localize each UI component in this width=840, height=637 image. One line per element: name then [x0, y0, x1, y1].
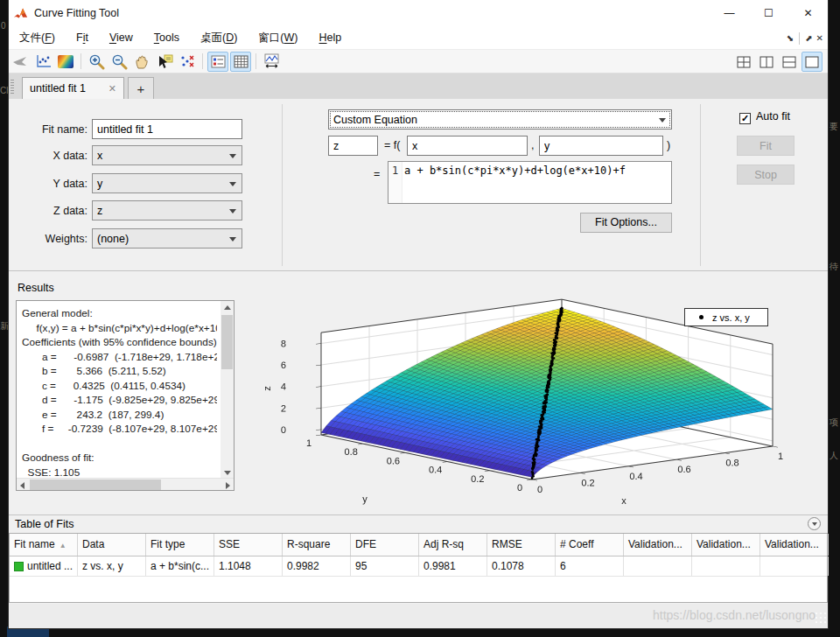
fit-name-input[interactable]	[92, 119, 242, 139]
collapse-table-button[interactable]	[808, 517, 821, 530]
maximize-button[interactable]: ☐	[749, 0, 788, 26]
column-header-3[interactable]: SSE	[214, 534, 283, 556]
minimize-button[interactable]: —	[710, 0, 749, 26]
column-header-8[interactable]: # Coeff	[556, 534, 624, 556]
layout-horizontal-split-tool[interactable]	[779, 52, 800, 72]
close-paren-label: )	[667, 136, 670, 156]
watermark-dots	[814, 611, 828, 623]
new-tab-button[interactable]: +	[128, 77, 154, 99]
surface-preview-tool[interactable]	[55, 52, 76, 72]
horizontal-scroll-thumb[interactable]	[30, 480, 161, 490]
curve-fitting-tool-window: Curve Fitting Tool — ☐ ✕ 文件(F)FitViewToo…	[9, 0, 828, 628]
tab-untitled-fit-1[interactable]: untitled fit 1 ✕	[22, 77, 124, 99]
chevron-down-icon	[229, 237, 236, 242]
divider	[80, 53, 81, 69]
table-cell-7: 0.1078	[487, 556, 556, 576]
menu-item-4[interactable]: 桌面(D)	[190, 26, 248, 50]
independent-variable-1-input[interactable]	[407, 136, 528, 156]
custom-equation-editor[interactable]: 1 a + b*sin(c*pi*x*y)+d+log(e*x+10)+f	[388, 161, 672, 204]
auto-fit-label: Auto fit	[756, 110, 790, 122]
horizontal-scrollbar[interactable]	[17, 478, 234, 490]
exclude-outliers-tool[interactable]	[177, 52, 198, 72]
fit-options-button[interactable]: Fit Options...	[580, 213, 672, 233]
equals-label: =	[374, 164, 380, 185]
column-header-9[interactable]: Validation...	[624, 534, 692, 556]
stop-button[interactable]: Stop	[737, 164, 794, 185]
dependent-variable-input[interactable]	[328, 136, 378, 156]
column-header-11[interactable]: Validation...	[760, 534, 829, 556]
column-header-6[interactable]: Adj R-sq	[419, 534, 487, 556]
menu-item-3[interactable]: Tools	[144, 26, 190, 50]
pan-tool[interactable]	[131, 52, 152, 72]
column-header-5[interactable]: DFE	[351, 534, 419, 556]
column-header-4[interactable]: R-square	[283, 534, 351, 556]
weights-dropdown[interactable]: (none)	[92, 228, 242, 248]
table-of-fits-section: Table of Fits Fit name▲DataFit typeSSER-…	[9, 514, 828, 604]
data-cursor-tool[interactable]	[154, 52, 175, 72]
auto-fit-checkbox[interactable]: ✓	[739, 113, 751, 124]
z-data-label: Z data:	[18, 201, 88, 220]
menu-item-1[interactable]: Fit	[66, 26, 99, 50]
window-title: Curve Fitting Tool	[34, 7, 119, 19]
menu-item-5[interactable]: 窗口(W)	[248, 26, 308, 50]
chevron-down-icon	[229, 209, 236, 214]
watermark-text: https://blog.csdn.net/lusongno	[653, 608, 816, 622]
column-header-2[interactable]: Fit type	[146, 534, 214, 556]
independent-variable-2-input[interactable]	[539, 136, 663, 156]
comma-label: ,	[531, 136, 534, 156]
disabled-data-tool[interactable]	[10, 52, 31, 72]
grid-toggle-tool[interactable]	[230, 52, 251, 72]
vertical-scroll-thumb[interactable]	[221, 315, 233, 369]
tab-label: untitled fit 1	[30, 82, 86, 94]
fit-settings-panel: Fit name: X data: x Y data: y Z data: z …	[9, 99, 828, 271]
column-header-10[interactable]: Validation...	[692, 534, 760, 556]
table-row[interactable]: untitled ...z vs. x, ya + b*sin(c...1.10…	[10, 556, 827, 577]
layout-single-pane-tool[interactable]	[802, 52, 822, 72]
results-line: SSE: 1.105	[22, 466, 217, 480]
fit-button[interactable]: Fit	[737, 136, 794, 156]
scroll-up-arrow[interactable]	[224, 305, 231, 310]
menu-item-2[interactable]: View	[99, 26, 144, 50]
horizontal-split-icon	[782, 56, 796, 68]
scroll-left-arrow[interactable]	[20, 482, 24, 489]
divider	[282, 104, 283, 266]
legend-toggle-tool[interactable]	[207, 52, 228, 72]
axes-limits-icon	[263, 53, 280, 69]
tab-bar-grip[interactable]	[10, 80, 14, 94]
y-data-dropdown[interactable]: y	[92, 173, 242, 193]
undock-icon[interactable]: ⬈	[805, 33, 812, 43]
scroll-right-arrow[interactable]	[226, 482, 230, 489]
results-line: b = 5.366 (5.211, 5.52)	[22, 364, 217, 379]
new-fit-tool[interactable]	[32, 52, 53, 72]
plot-legend[interactable]: z vs. x, y	[684, 308, 768, 326]
adjust-axes-limits-tool[interactable]	[261, 52, 282, 72]
menu-item-0[interactable]: 文件(F)	[9, 26, 66, 50]
results-line: e = 243.2 (187, 299.4)	[22, 408, 217, 423]
results-line: General model:	[22, 306, 217, 321]
equation-text[interactable]: a + b*sin(c*pi*x*y)+d+log(e*x+10)+f	[402, 162, 627, 203]
column-header-1[interactable]: Data	[78, 534, 146, 556]
table-cell-11	[760, 556, 829, 576]
scroll-down-arrow[interactable]	[224, 471, 231, 475]
z-data-dropdown[interactable]: z	[92, 200, 242, 220]
divider	[202, 53, 203, 69]
fit-type-dropdown[interactable]: Custom Equation	[328, 109, 672, 130]
matlab-logo-icon	[13, 6, 28, 21]
close-panel-icon[interactable]: ✕	[816, 33, 823, 43]
column-header-7[interactable]: RMSE	[487, 534, 556, 556]
fit-color-swatch	[14, 562, 24, 571]
table-cell-5: 95	[351, 556, 419, 576]
menu-item-6[interactable]: Help	[309, 26, 353, 50]
x-data-dropdown[interactable]: x	[92, 145, 242, 165]
hand-icon	[134, 53, 150, 69]
vertical-scrollbar[interactable]	[220, 301, 234, 479]
column-header-0[interactable]: Fit name▲	[10, 534, 78, 556]
zoom-in-tool[interactable]	[86, 52, 107, 72]
title-bar[interactable]: Curve Fitting Tool — ☐ ✕	[9, 0, 828, 26]
zoom-out-tool[interactable]	[108, 52, 130, 72]
layout-four-pane-tool[interactable]	[733, 52, 754, 72]
tab-close-icon[interactable]: ✕	[108, 83, 116, 94]
dock-icon[interactable]: ⬊	[787, 33, 794, 43]
close-button[interactable]: ✕	[788, 0, 828, 26]
layout-vertical-split-tool[interactable]	[756, 52, 777, 72]
